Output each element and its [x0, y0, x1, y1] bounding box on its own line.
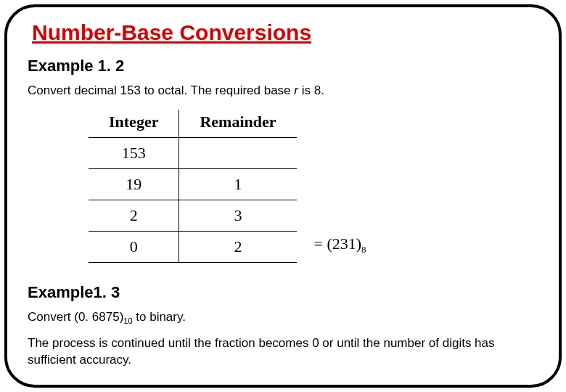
- example-1-2-heading: Example 1. 2: [28, 57, 538, 75]
- example-1-3-note: The process is continued until the fract…: [28, 335, 538, 369]
- cell-remainder: 2: [179, 231, 297, 262]
- ex12-text-pre: Convert decimal 153 to octal. The requir…: [28, 83, 294, 97]
- page-title: Number-Base Conversions: [32, 20, 538, 45]
- result-eq: = (231): [314, 234, 362, 253]
- ex13-text-pre: Convert (0. 6875): [28, 310, 123, 324]
- cell-integer: 19: [89, 168, 179, 200]
- ex13-text-post: to binary.: [133, 310, 186, 324]
- ex13-sub-10: 10: [123, 317, 132, 325]
- table-row: 2 3: [89, 200, 297, 231]
- cell-remainder: 1: [179, 168, 297, 200]
- cell-integer: 2: [89, 200, 179, 231]
- table-header-row: Integer Remainder: [89, 110, 297, 138]
- cell-remainder: 3: [179, 200, 297, 231]
- table-row: 153: [89, 137, 297, 168]
- slide-frame: Number-Base Conversions Example 1. 2 Con…: [4, 4, 562, 388]
- cell-remainder: [179, 137, 297, 168]
- result-base: 8: [361, 244, 366, 255]
- example-1-3-text: Convert (0. 6875)10 to binary.: [28, 309, 538, 327]
- conversion-result: = (231)8: [314, 234, 366, 263]
- slide: Number-Base Conversions Example 1. 2 Con…: [0, 0, 566, 392]
- col-remainder-header: Remainder: [179, 110, 297, 138]
- conversion-table: Integer Remainder 153 19 1 2 3: [89, 110, 297, 263]
- example-1-2-text: Convert decimal 153 to octal. The requir…: [28, 83, 538, 99]
- col-integer-header: Integer: [89, 110, 179, 138]
- ex12-text-post: is 8.: [298, 83, 324, 97]
- example-1-3-heading: Example1. 3: [28, 283, 538, 302]
- table-row: 19 1: [89, 168, 297, 200]
- cell-integer: 153: [89, 137, 179, 168]
- cell-integer: 0: [89, 231, 179, 262]
- table-row: 0 2: [89, 231, 297, 262]
- conversion-table-wrap: Integer Remainder 153 19 1 2 3: [89, 110, 538, 263]
